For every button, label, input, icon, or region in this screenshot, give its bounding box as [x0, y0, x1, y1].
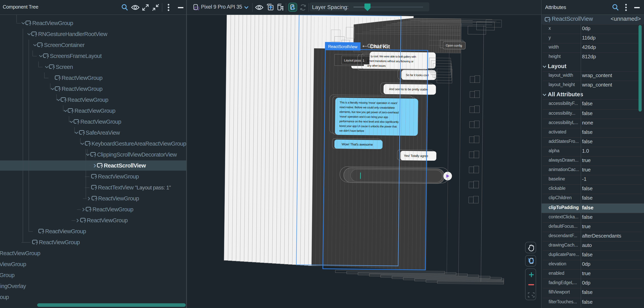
svg-text:?: ?	[58, 88, 60, 92]
svg-text:Wow! That's awesome: Wow! That's awesome	[342, 142, 373, 146]
svg-text:And seems to be pretty stable: And seems to be pretty stable	[389, 87, 428, 91]
svg-text:ReactScrollView: ReactScrollView	[328, 44, 358, 49]
svg-text:?: ?	[29, 22, 31, 26]
svg-text:?: ?	[100, 164, 103, 169]
svg-text:?: ?	[95, 197, 97, 202]
svg-text:?: ?	[83, 219, 86, 223]
svg-text:boost your app UI cause it unl: boost your app UI cause it unlocks the p…	[339, 124, 397, 128]
svg-text:←: ←	[361, 41, 369, 49]
svg-text:?: ?	[42, 230, 44, 234]
svg-text:?: ?	[36, 241, 38, 245]
svg-text:?: ?	[548, 18, 550, 23]
svg-text:?: ?	[82, 131, 85, 136]
svg-text:?: ?	[77, 120, 80, 125]
svg-text:'move' operation and it can br: 'move' operation and it can bring your a…	[340, 115, 388, 119]
svg-text:So far it looks cool: So far it looks cool	[406, 73, 428, 77]
svg-text:any other issues: any other issues	[367, 64, 386, 67]
svg-text:we didn't have before: we didn't have before	[339, 129, 364, 132]
svg-text:?: ?	[34, 33, 37, 37]
svg-text:react-native. Before we could: react-native. Before we could only creat…	[340, 106, 395, 109]
svg-text:?: ?	[46, 55, 49, 59]
svg-text:This is a literally missing 'm: This is a literally missing 'move' opera…	[340, 101, 397, 105]
svg-text:?: ?	[94, 186, 97, 191]
svg-text:ty cool. We were able to built: ty cool. We were able to built gallery w…	[371, 55, 416, 58]
svg-text:Yes! Totally agree: Yes! Totally agree	[404, 154, 428, 158]
svg-text:?: ?	[94, 175, 97, 180]
svg-text:?: ?	[71, 109, 74, 114]
svg-text:?: ?	[94, 153, 96, 158]
svg-text:?: ?	[64, 98, 66, 103]
svg-text:?: ?	[89, 208, 92, 212]
svg-text:?: ?	[88, 142, 90, 147]
svg-text:?: ?	[58, 77, 60, 81]
svg-text:?: ?	[52, 66, 55, 70]
svg-text:?: ?	[40, 44, 43, 48]
svg-text:Chat Kit: Chat Kit	[370, 43, 390, 50]
